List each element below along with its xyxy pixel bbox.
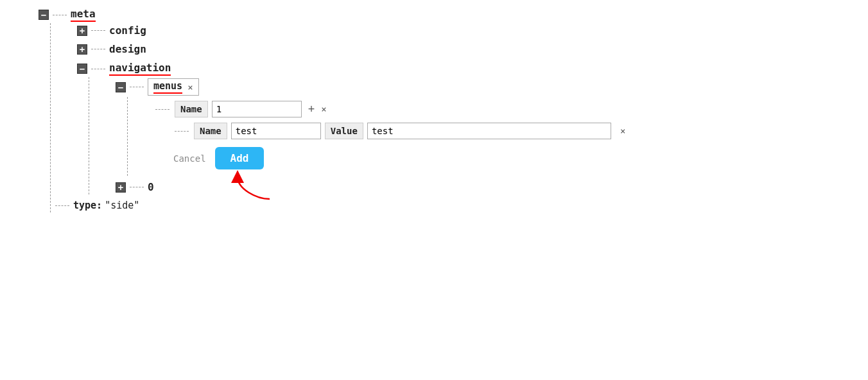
- expand-0-icon[interactable]: +: [116, 182, 126, 193]
- name-label-1: Name: [175, 101, 208, 117]
- zero-label: 0: [148, 181, 154, 193]
- connector-navigation: [91, 69, 105, 69]
- collapse-menus-icon[interactable]: −: [116, 82, 126, 92]
- expand-design-icon[interactable]: +: [77, 44, 87, 55]
- value-input[interactable]: [367, 123, 611, 139]
- add-button[interactable]: Add: [215, 147, 265, 169]
- name-input-1[interactable]: [212, 101, 302, 117]
- connector-name1: [155, 109, 169, 110]
- connector-0: [130, 187, 144, 187]
- name-label-2: Name: [194, 123, 227, 139]
- namevalue-close-icon[interactable]: ×: [620, 126, 625, 136]
- collapse-meta-icon[interactable]: −: [39, 10, 49, 20]
- connector-namevalue: [175, 131, 189, 132]
- cancel-button[interactable]: Cancel: [173, 153, 206, 164]
- type-key-label: type:: [73, 200, 102, 211]
- navigation-label: navigation: [109, 62, 171, 76]
- collapse-navigation-icon[interactable]: −: [77, 64, 87, 74]
- name-add-icon[interactable]: +: [306, 103, 318, 116]
- connector-meta: [53, 15, 67, 15]
- config-label: config: [109, 24, 146, 37]
- value-label: Value: [325, 123, 363, 139]
- menus-close-icon[interactable]: ×: [187, 82, 193, 92]
- menus-label: menus: [153, 80, 182, 94]
- connector-menus: [130, 87, 144, 87]
- connector-type: [55, 205, 69, 206]
- name-close-icon-1[interactable]: ×: [321, 104, 326, 114]
- type-value-label: "side": [105, 200, 139, 211]
- arrow-indicator: [231, 170, 276, 202]
- name-input-2[interactable]: [231, 123, 321, 139]
- expand-config-icon[interactable]: +: [77, 26, 87, 36]
- menus-box: menus ×: [148, 78, 199, 96]
- connector-config: [91, 30, 105, 31]
- design-label: design: [109, 43, 146, 55]
- connector-design: [91, 49, 105, 49]
- meta-label: meta: [71, 8, 96, 22]
